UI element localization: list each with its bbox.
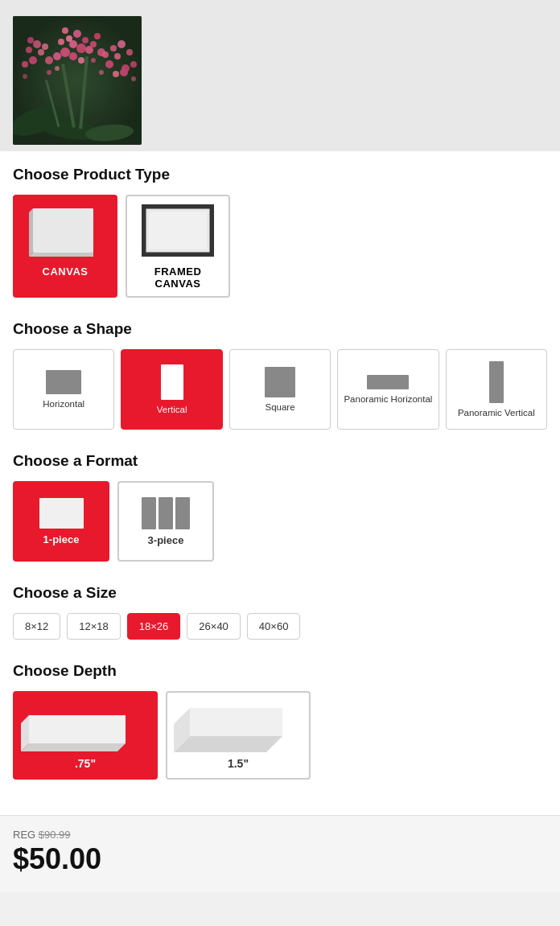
main-content: Choose Product Type CANVAS [0,151,560,815]
svg-point-35 [33,40,41,48]
depth-0-75-icon [21,699,146,763]
pan-v-icon [489,361,504,403]
svg-point-27 [126,49,133,56]
svg-point-23 [114,53,121,60]
shape-square-label: Square [265,402,294,412]
svg-rect-46 [33,208,93,253]
svg-point-10 [66,35,72,42]
piece-3 [175,497,190,529]
pan-h-icon [367,375,409,389]
shape-horizontal-label: Horizontal [43,399,84,409]
piece-1 [142,497,156,529]
shape-vertical[interactable]: Vertical [121,349,222,430]
svg-point-22 [105,60,113,68]
framed-canvas-icon [142,204,214,259]
piece-2 [159,497,173,529]
svg-point-43 [47,70,51,75]
svg-point-38 [45,56,53,64]
svg-point-15 [90,41,97,47]
svg-point-37 [22,61,28,68]
svg-point-44 [23,74,27,79]
shape-horizontal[interactable]: Horizontal [13,349,114,430]
size-18x26[interactable]: 18×26 [127,613,181,640]
image-content-divider [0,145,560,151]
svg-marker-54 [190,708,282,736]
depth-0-75[interactable]: .75" [13,691,158,780]
horizontal-icon [46,370,81,394]
svg-point-11 [73,30,81,38]
shape-vertical-label: Vertical [157,405,187,414]
depth-options: .75" 1.5" [13,691,547,780]
product-type-framed-canvas[interactable]: FRAMEDCANVAS [126,195,230,298]
size-12x18[interactable]: 12×18 [67,613,121,640]
svg-point-45 [131,76,136,81]
shape-panoramic-horizontal[interactable]: Panoramic Horizontal [337,349,439,430]
depth-1-5[interactable]: 1.5" [166,691,311,780]
product-type-title: Choose Product Type [13,166,547,183]
svg-point-29 [130,61,137,68]
svg-point-33 [38,49,44,56]
depth-title: Choose Depth [13,662,547,680]
product-type-section: Choose Product Type CANVAS [13,166,547,320]
product-type-options: CANVAS FRAMEDCANVAS [13,195,547,298]
size-title: Choose a Size [13,584,547,602]
shape-pan-v-label: Panoramic Vertical [458,408,535,418]
shape-pan-h-label: Panoramic Horizontal [344,394,432,404]
shape-title: Choose a Shape [13,320,547,338]
size-section: Choose a Size 8×12 12×18 18×26 26×40 40×… [13,584,547,662]
framed-canvas-label: FRAMEDCANVAS [154,265,202,290]
depth-1-5-label: 1.5" [228,757,249,770]
svg-point-39 [27,37,34,43]
svg-rect-50 [149,212,207,249]
format-1-piece[interactable]: 1-piece [13,481,109,562]
svg-point-7 [60,47,70,57]
one-piece-icon [39,498,84,529]
shape-section: Choose a Shape Horizontal Vertical Squar… [13,320,547,452]
svg-point-17 [78,57,84,64]
svg-point-9 [76,43,86,53]
svg-point-36 [42,43,48,50]
pricing-reg: REG $90.99 [13,829,547,841]
format-1-label: 1-piece [43,533,80,545]
svg-point-28 [102,51,109,58]
size-40x60[interactable]: 40×60 [247,613,301,640]
svg-point-32 [29,56,37,64]
pricing-section: REG $90.99 $50.00 [0,815,560,892]
svg-point-34 [26,47,32,53]
format-3-label: 3-piece [148,534,184,546]
size-options: 8×12 12×18 18×26 26×40 40×60 [13,613,547,640]
svg-point-41 [91,58,96,63]
size-8x12[interactable]: 8×12 [13,613,60,640]
product-type-canvas[interactable]: CANVAS [13,195,117,298]
svg-point-42 [99,70,104,75]
canvas-icon [29,204,101,259]
vertical-icon [161,364,183,400]
svg-point-19 [94,33,101,39]
svg-marker-55 [174,736,282,752]
format-3-piece[interactable]: 3-piece [117,481,214,562]
format-title: Choose a Format [13,452,547,470]
svg-point-12 [82,37,89,43]
original-price: $90.99 [39,829,71,841]
svg-marker-48 [29,253,93,257]
product-image [13,16,142,145]
sale-price: $50.00 [13,842,547,876]
size-26x40[interactable]: 26×40 [187,613,241,640]
reg-text: REG [13,829,35,841]
svg-point-16 [69,52,77,60]
svg-marker-47 [29,208,33,257]
svg-point-14 [58,39,64,45]
shape-panoramic-vertical[interactable]: Panoramic Vertical [446,349,547,430]
svg-point-25 [110,45,117,51]
depth-0-75-label: .75" [75,757,96,770]
square-icon [265,367,295,397]
svg-point-21 [62,27,68,34]
svg-point-31 [113,71,119,77]
shape-options: Horizontal Vertical Square Panoramic Hor… [13,349,547,430]
svg-marker-52 [21,743,126,751]
format-section: Choose a Format 1-piece 3-piece [13,452,547,584]
shape-square[interactable]: Square [229,349,331,430]
depth-1-5-icon [174,696,299,760]
format-options: 1-piece 3-piece [13,481,547,562]
svg-point-30 [120,68,128,76]
